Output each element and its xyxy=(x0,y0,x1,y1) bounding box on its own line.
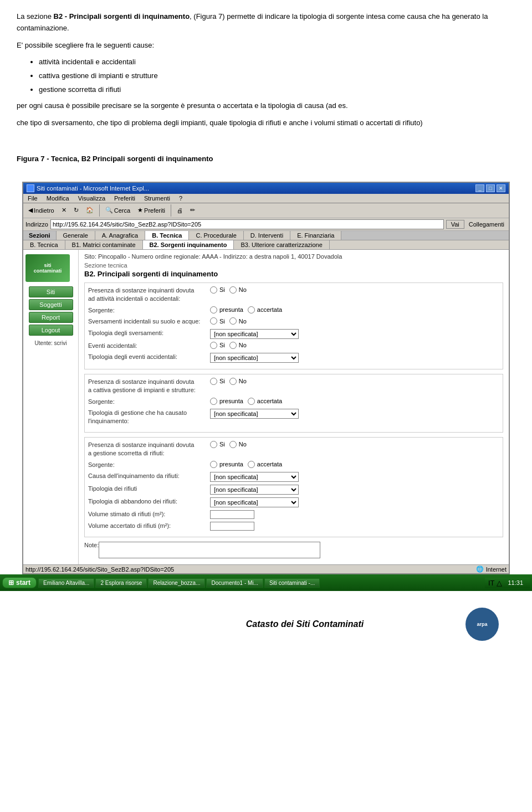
label-causa-rifiuti: Causa dell'inquinamento da rifiuti: xyxy=(88,472,210,480)
label-volume-accertato: Volume accertato di rifiuti (m²): xyxy=(88,522,210,530)
radio-no-svers[interactable]: No xyxy=(229,317,247,325)
tab-interventi[interactable]: D. Interventi xyxy=(244,231,290,240)
radio-no-gestione[interactable]: No xyxy=(229,378,247,385)
form-row-volume-accertato: Volume accertato di rifiuti (m²): xyxy=(88,522,499,531)
menu-visualizza[interactable]: Visualizza xyxy=(74,194,110,203)
taskbar-item-3[interactable]: Documento1 - Mi... xyxy=(206,578,263,588)
radio-accertata-inc[interactable]: accertata xyxy=(248,306,282,314)
sidebar-report-button[interactable]: Report xyxy=(29,312,73,323)
radio-no-label[interactable]: No xyxy=(229,286,247,294)
radio-no-incidentali[interactable] xyxy=(229,286,237,294)
form-row-tipologia-rifiuti: Tipologia dei rifiuti [non specificata] xyxy=(88,485,499,495)
zone-icon: 🌐 xyxy=(476,566,484,573)
radio-presunta-inc[interactable]: presunta xyxy=(210,306,243,314)
sidebar-soggetti-button[interactable]: Soggetti xyxy=(29,299,73,310)
label-tipologia-rifiuti: Tipologia dei rifiuti xyxy=(88,485,210,493)
figure-title: Figura 7 - Tecnica, B2 Principali sorgen… xyxy=(17,153,515,165)
input-volume-stimato[interactable] xyxy=(210,510,254,519)
label-sorgente1: Sorgente: xyxy=(88,306,210,315)
stop-icon: ✕ xyxy=(62,207,66,214)
label-tipologia-gestione: Tipologia di gestione che ha causato l'i… xyxy=(88,409,210,426)
menu-preferiti[interactable]: Preferiti xyxy=(110,194,140,203)
start-button[interactable]: ⊞ start xyxy=(2,577,37,588)
taskbar-item-2[interactable]: Relazione_bozza... xyxy=(148,578,205,588)
address-input[interactable] xyxy=(50,219,444,229)
footer-logo: arpa xyxy=(466,608,499,641)
subtab-caratterizzazione[interactable]: B3. Ulteriore caratterizzazione xyxy=(234,240,329,249)
form-row-sorgente2: Sorgente: presunta accertata xyxy=(88,398,499,406)
input-volume-accertato[interactable] xyxy=(210,522,254,531)
minimize-button[interactable]: _ xyxy=(475,184,484,192)
search-button[interactable]: 🔍 Cerca xyxy=(103,205,133,215)
radio-si-rifiuti[interactable]: Si xyxy=(210,441,225,448)
subtab-tecnica[interactable]: B. Tecnica xyxy=(23,240,65,249)
menu-modifica[interactable]: Modifica xyxy=(42,194,74,203)
radio-si-label[interactable]: Si xyxy=(210,286,225,294)
edit-icon: ✏ xyxy=(190,207,195,214)
go-button[interactable]: Vai xyxy=(446,220,464,229)
sidebar-logout-button[interactable]: Logout xyxy=(29,325,73,336)
radio-si-incidentali[interactable] xyxy=(210,286,217,294)
browser-toolbar: ◀ Indietro ✕ ↻ 🏠 🔍 Cerca ★ Preferiti 🖨 ✏ xyxy=(23,203,509,218)
subtab-matrici[interactable]: B1. Matrici contaminate xyxy=(65,240,143,249)
taskbar-item-1[interactable]: 2 Esplora risorse xyxy=(95,578,147,588)
radio-accertata-gest[interactable]: accertata xyxy=(248,398,282,405)
body-paragraph-4: che tipo di sversamento, che tipo di pro… xyxy=(17,117,515,129)
maximize-button[interactable]: □ xyxy=(486,184,495,192)
nav-tabs: Sezioni Generale A. Anagrafica B. Tecnic… xyxy=(23,231,509,250)
radio-accertata-rif[interactable]: accertata xyxy=(248,461,282,468)
radio-no-rifiuti[interactable]: No xyxy=(229,441,247,448)
tab-tecnica[interactable]: B. Tecnica xyxy=(145,231,189,240)
stop-button[interactable]: ✕ xyxy=(59,205,69,215)
menu-strumenti[interactable]: Strumenti xyxy=(140,194,175,203)
subtab-sorgenti[interactable]: B2. Sorgenti inquinamento xyxy=(143,240,234,249)
browser-window: Siti contaminati - Microsoft Internet Ex… xyxy=(22,182,510,574)
edit-button[interactable]: ✏ xyxy=(187,205,198,215)
form-section-incidentali: Presenza di sostanze inquinanti dovuta a… xyxy=(84,282,503,369)
list-item: cattiva gestione di impianti e strutture xyxy=(39,70,515,82)
radio-presunta-gest[interactable]: presunta xyxy=(210,398,243,405)
radio-si-gestione[interactable]: Si xyxy=(210,378,225,385)
nav-tabs-row2: B. Tecnica B1. Matrici contaminate B2. S… xyxy=(23,240,509,249)
tab-procedurale[interactable]: C. Procedurale xyxy=(189,231,243,240)
print-icon: 🖨 xyxy=(177,207,183,214)
bullet-list: attività incidentali e accidentali catti… xyxy=(39,56,515,95)
close-button[interactable]: ✕ xyxy=(497,184,505,192)
menu-file[interactable]: File xyxy=(23,194,42,203)
taskbar-items: Emiliano Altavilla... 2 Esplora risorse … xyxy=(38,578,483,588)
form-row-tipologia-gestione: Tipologia di gestione che ha causato l'i… xyxy=(88,409,499,426)
taskbar-clock: 11:31 xyxy=(504,579,526,586)
select-tipologia-gestione[interactable]: [non specificata] xyxy=(210,409,299,419)
radio-no-eventi[interactable]: No xyxy=(229,342,247,349)
back-button[interactable]: ◀ Indietro xyxy=(25,205,57,215)
radio-presunta-rif[interactable]: presunta xyxy=(210,461,243,468)
select-tipologia-eventi[interactable]: [non specificato] xyxy=(210,353,299,363)
taskbar-item-0[interactable]: Emiliano Altavilla... xyxy=(38,578,94,588)
label-tipologia-svers: Tipologia degli sversamenti: xyxy=(88,329,210,337)
tab-generale[interactable]: Generale xyxy=(57,231,95,240)
notes-textarea[interactable] xyxy=(99,542,320,558)
address-bar: Indirizzo Vai Collegamenti xyxy=(23,218,509,231)
home-button[interactable]: 🏠 xyxy=(83,205,96,215)
tab-finanziaria[interactable]: E. Finanziaria xyxy=(290,231,341,240)
select-causa-rifiuti[interactable]: [non specificata] xyxy=(210,472,299,482)
notes-label: Note: xyxy=(84,542,99,548)
print-button[interactable]: 🖨 xyxy=(174,206,186,215)
sidebar-siti-button[interactable]: Siti xyxy=(29,286,73,297)
taskbar-item-4[interactable]: Siti contaminati -... xyxy=(264,578,320,588)
home-icon: 🏠 xyxy=(86,207,94,214)
menu-help[interactable]: ? xyxy=(175,194,187,203)
footer-text: Catasto dei Siti Contaminati xyxy=(246,619,364,629)
body-paragraph-1: La sezione B2 - Principali sorgenti di i… xyxy=(17,11,515,34)
favorites-button[interactable]: ★ Preferiti xyxy=(135,205,168,215)
list-item: attività incidentali e accidentali xyxy=(39,56,515,68)
radio-si-svers[interactable]: Si xyxy=(210,317,225,325)
radio-si-eventi[interactable]: Si xyxy=(210,342,225,349)
tab-anagrafica[interactable]: A. Anagrafica xyxy=(95,231,145,240)
label-sorgente2: Sorgente: xyxy=(88,398,210,406)
refresh-button[interactable]: ↻ xyxy=(71,205,81,215)
form-controls-incidentali: Si No xyxy=(210,286,247,294)
select-tipologia-abbandono[interactable]: [non specificata] xyxy=(210,497,299,507)
select-tipologia-svers[interactable]: [non specificata] xyxy=(210,329,299,339)
select-tipologia-rifiuti[interactable]: [non specificata] xyxy=(210,485,299,495)
